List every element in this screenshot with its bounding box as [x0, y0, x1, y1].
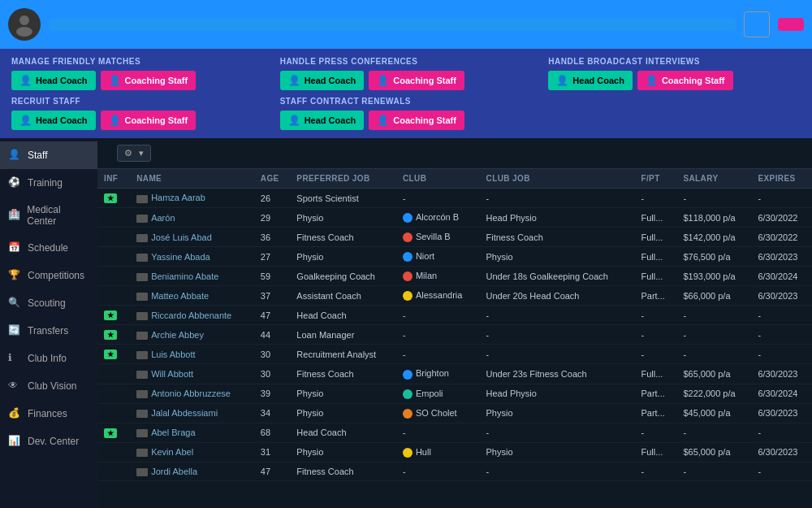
sidebar-item-dev--center[interactable]: 📊Dev. Center [0, 428, 97, 455]
col-header-salary[interactable]: SALARY [676, 169, 751, 189]
star-badge: ★ [104, 310, 117, 320]
sidebar-item-schedule[interactable]: 📅Schedule [0, 234, 97, 262]
table-row[interactable]: ★Hamza Aarab26Sports Scientist----- [97, 189, 812, 208]
sidebar-item-competitions[interactable]: 🏆Competitions [0, 262, 97, 289]
table-row[interactable]: Jalal Abdessiami34PhysioSO CholetPhysioP… [97, 403, 812, 423]
row-11-name[interactable]: Jalal Abdessiami [130, 403, 254, 423]
row-10-name[interactable]: Antonio Abbruzzese [130, 384, 254, 403]
row-3-name[interactable]: Yassine Abada [130, 247, 254, 267]
sidebar-item-finances[interactable]: 💰Finances [0, 400, 97, 428]
table-row[interactable]: Yassine Abada27PhysioNiortPhysioFull...$… [97, 247, 812, 267]
table-row[interactable]: Aarón29PhysioAlcorcón BHead PhysioFull..… [97, 208, 812, 228]
row-4-salary: $193,000 p/a [676, 267, 751, 286]
col-header-expires[interactable]: EXPIRES [751, 169, 812, 189]
staff-name-3[interactable]: Yassine Abada [151, 252, 210, 262]
row-9-name[interactable]: Will Abbott [130, 364, 254, 384]
staff-name-6[interactable]: Riccardo Abbenante [151, 310, 231, 320]
task-btn-2-0[interactable]: 👤Head Coach [548, 71, 633, 90]
row-13-name[interactable]: Kevin Abel [130, 442, 254, 462]
back-button[interactable] [744, 11, 770, 37]
staff-name-1[interactable]: Aarón [151, 213, 175, 223]
row-9-age: 30 [254, 364, 291, 384]
svg-point-0 [19, 15, 29, 25]
row-7-name[interactable]: Archie Abbey [130, 325, 254, 345]
staff-name-2[interactable]: José Luis Abad [151, 232, 212, 242]
col-header-club[interactable]: CLUB [396, 169, 480, 189]
col-header-name[interactable]: NAME [130, 169, 254, 189]
row-4-name[interactable]: Beniamino Abate [130, 267, 254, 286]
col-header-club-job[interactable]: CLUB JOB [480, 169, 635, 189]
finish-button[interactable] [778, 18, 804, 31]
row-1-club-job: Head Physio [480, 208, 635, 228]
row-14-club: - [396, 462, 480, 480]
table-row[interactable]: José Luis Abad36Fitness CoachSevilla BFi… [97, 228, 812, 247]
staff-name-9[interactable]: Will Abbott [151, 369, 193, 379]
table-row[interactable]: ★Luis Abbott30Recruitment Analyst----- [97, 345, 812, 364]
task-btn-3-1[interactable]: 👤Coaching Staff [101, 111, 197, 130]
table-row[interactable]: Will Abbott30Fitness CoachBrightonUnder … [97, 364, 812, 384]
contract-filter[interactable]: ⚙ ▾ [117, 145, 151, 162]
table-row[interactable]: ★Riccardo Abbenante47Head Coach----- [97, 306, 812, 325]
flag-icon-8 [136, 351, 148, 359]
task-btn-1-0[interactable]: 👤Head Coach [280, 71, 365, 90]
row-0-inf: ★ [97, 189, 130, 208]
task-buttons-4: 👤Head Coach👤Coaching Staff [280, 111, 533, 130]
table-row[interactable]: ★Abel Braga68Head Coach----- [97, 423, 812, 442]
row-8-name[interactable]: Luis Abbott [130, 345, 254, 364]
table-row[interactable]: Beniamino Abate59Goalkeeping CoachMilanU… [97, 267, 812, 286]
staff-name-13[interactable]: Kevin Abel [151, 447, 193, 457]
staff-name-0[interactable]: Hamza Aarab [151, 193, 205, 202]
task-btn-1-1[interactable]: 👤Coaching Staff [369, 71, 464, 90]
staff-table[interactable]: INFNAMEAGEPREFERRED JOBCLUBCLUB JOBF/PTS… [97, 169, 812, 508]
row-14-name[interactable]: Jordi Abella [130, 462, 254, 480]
task-btn-2-1[interactable]: 👤Coaching Staff [637, 71, 733, 90]
row-2-salary: $142,000 p/a [676, 228, 751, 247]
staff-name-4[interactable]: Beniamino Abate [151, 271, 218, 281]
staff-name-7[interactable]: Archie Abbey [151, 330, 204, 340]
sidebar-item-club-vision[interactable]: 👁Club Vision [0, 372, 97, 400]
row-8-club-job: - [480, 345, 635, 364]
task-btn-0-1[interactable]: 👤Coaching Staff [101, 71, 197, 90]
row-8-fpt: - [634, 345, 676, 364]
flag-icon-1 [136, 215, 148, 223]
sidebar-item-medical-center[interactable]: 🏥Medical Center [0, 197, 97, 234]
col-header-f-pt[interactable]: F/PT [634, 169, 676, 189]
col-header-preferred-job[interactable]: PREFERRED JOB [290, 169, 396, 189]
row-3-age: 27 [254, 247, 291, 267]
sidebar-item-staff[interactable]: 👤Staff [0, 141, 97, 169]
table-row[interactable]: Kevin Abel31PhysioHullPhysioFull...$65,0… [97, 442, 812, 462]
row-6-name[interactable]: Riccardo Abbenante [130, 306, 254, 325]
staff-name-10[interactable]: Antonio Abbruzzese [151, 389, 231, 398]
staff-name-8[interactable]: Luis Abbott [151, 350, 195, 359]
sidebar-item-transfers[interactable]: 🔄Transfers [0, 317, 97, 345]
sidebar-item-scouting[interactable]: 🔍Scouting [0, 289, 97, 317]
row-8-expires: - [751, 345, 812, 364]
sidebar-item-club-info[interactable]: ℹClub Info [0, 345, 97, 372]
row-13-club-job: Physio [480, 442, 635, 462]
person-icon: 👤 [288, 115, 300, 126]
col-header-inf[interactable]: INF [97, 169, 130, 189]
row-0-name[interactable]: Hamza Aarab [130, 189, 254, 208]
table-row[interactable]: Antonio Abbruzzese39PhysioEmpoliHead Phy… [97, 384, 812, 403]
col-header-age[interactable]: AGE [254, 169, 291, 189]
task-btn-4-0[interactable]: 👤Head Coach [280, 111, 365, 130]
flag-icon-5 [136, 293, 148, 301]
row-1-name[interactable]: Aarón [130, 208, 254, 228]
row-5-inf [97, 286, 130, 306]
task-buttons-1: 👤Head Coach👤Coaching Staff [280, 71, 533, 90]
task-btn-3-0[interactable]: 👤Head Coach [11, 111, 96, 130]
table-row[interactable]: Jordi Abella47Fitness Coach----- [97, 462, 812, 480]
staff-name-11[interactable]: Jalal Abdessiami [151, 408, 218, 418]
row-12-name[interactable]: Abel Braga [130, 423, 254, 442]
task-btn-4-1[interactable]: 👤Coaching Staff [369, 111, 464, 130]
task-btn-0-0[interactable]: 👤Head Coach [11, 71, 96, 90]
staff-name-14[interactable]: Jordi Abella [151, 467, 197, 476]
row-5-name[interactable]: Matteo Abbate [130, 286, 254, 306]
table-row[interactable]: ★Archie Abbey44Loan Manager----- [97, 325, 812, 345]
row-2-name[interactable]: José Luis Abad [130, 228, 254, 247]
star-badge: ★ [104, 428, 117, 438]
staff-name-5[interactable]: Matteo Abbate [151, 291, 209, 301]
sidebar-item-training[interactable]: ⚽Training [0, 169, 97, 197]
table-row[interactable]: Matteo Abbate37Assistant CoachAlessandri… [97, 286, 812, 306]
staff-name-12[interactable]: Abel Braga [151, 428, 195, 437]
